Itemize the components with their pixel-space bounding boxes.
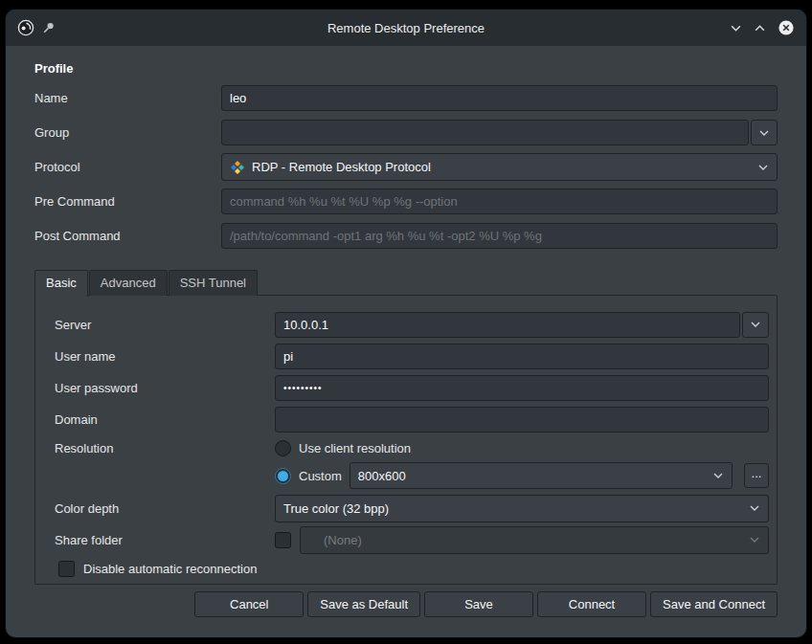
- app-menu-button[interactable]: [17, 19, 34, 36]
- user-password-row: User password: [55, 375, 769, 400]
- color-depth-value: True color (32 bpp): [283, 501, 742, 516]
- domain-row: Domain: [55, 407, 769, 432]
- custom-resolution-option-label: Custom: [299, 469, 342, 483]
- group-dropdown-button[interactable]: [751, 120, 778, 145]
- minimize-button[interactable]: [730, 22, 742, 34]
- custom-resolution-radio[interactable]: [275, 468, 291, 484]
- chevron-up-icon: [754, 22, 766, 34]
- post-command-input[interactable]: [221, 223, 778, 249]
- user-name-label: User name: [55, 349, 275, 364]
- titlebar-right: [680, 19, 795, 36]
- pre-command-row: Pre Command: [34, 189, 778, 214]
- name-input[interactable]: [221, 85, 778, 111]
- chevron-down-icon: [750, 319, 761, 330]
- resolution-options: Use client resolution Custom 800x600: [275, 438, 769, 488]
- resolution-label: Resolution: [55, 438, 275, 488]
- pin-icon: [42, 21, 56, 34]
- user-name-input[interactable]: [275, 344, 769, 369]
- group-row: Group: [34, 120, 778, 145]
- disable-reconnect-row: Disable automatic reconnection: [58, 559, 769, 578]
- name-label: Name: [34, 91, 221, 105]
- domain-label: Domain: [55, 412, 275, 427]
- chevron-down-icon: [730, 22, 742, 34]
- name-row: Name: [34, 85, 778, 111]
- protocol-label: Protocol: [34, 160, 221, 174]
- save-as-default-button[interactable]: Save as Default: [307, 591, 420, 617]
- protocol-row: Protocol RDP - Remote Desktop Protocol: [34, 154, 778, 180]
- chevron-down-icon: [749, 502, 760, 514]
- share-folder-value: (None): [308, 533, 742, 547]
- domain-input[interactable]: [275, 407, 769, 433]
- share-folder-select: (None): [300, 526, 769, 554]
- group-label: Group: [34, 125, 221, 140]
- chevron-down-icon: [757, 162, 769, 173]
- chevron-down-icon: [749, 534, 760, 545]
- share-folder-label: Share folder: [55, 533, 275, 547]
- pre-command-label: Pre Command: [34, 194, 221, 209]
- chevron-down-icon: [712, 470, 724, 481]
- user-password-input[interactable]: [275, 375, 769, 401]
- server-dropdown-button[interactable]: [742, 312, 769, 338]
- basic-tab-panel: Server User name User password: [34, 295, 778, 585]
- window-title: Remote Desktop Preference: [132, 21, 680, 35]
- color-depth-label: Color depth: [55, 501, 275, 516]
- custom-resolution-value: 800x600: [358, 469, 706, 483]
- post-command-label: Post Command: [34, 229, 221, 243]
- custom-resolution-select[interactable]: 800x600: [350, 462, 733, 489]
- color-depth-row: Color depth True color (32 bpp): [55, 496, 769, 521]
- resolution-more-button[interactable]: ...: [744, 463, 769, 488]
- cancel-button[interactable]: Cancel: [194, 591, 304, 617]
- tab-bar: Basic Advanced SSH Tunnel: [34, 270, 778, 296]
- titlebar-left: [17, 19, 132, 36]
- server-input[interactable]: [275, 312, 740, 338]
- titlebar: Remote Desktop Preference: [6, 10, 806, 46]
- share-folder-row: Share folder (None): [55, 527, 769, 552]
- remmina-logo-icon: [17, 19, 34, 36]
- disable-reconnect-label: Disable automatic reconnection: [83, 562, 257, 576]
- share-folder-checkbox[interactable]: [275, 532, 291, 548]
- save-and-connect-button[interactable]: Save and Connect: [650, 591, 778, 617]
- dialog-body: Profile Name Group Protocol: [6, 61, 806, 617]
- save-button[interactable]: Save: [424, 591, 533, 617]
- client-resolution-option: Use client resolution: [275, 438, 769, 457]
- connect-button[interactable]: Connect: [537, 591, 646, 617]
- maximize-button[interactable]: [754, 22, 766, 34]
- screen: Remote Desktop Preference: [0, 0, 812, 644]
- pre-command-input[interactable]: [221, 189, 778, 214]
- user-password-label: User password: [55, 381, 275, 395]
- tab-advanced[interactable]: Advanced: [89, 270, 168, 296]
- close-button[interactable]: [778, 19, 795, 36]
- group-input[interactable]: [221, 120, 749, 145]
- resolution-row: Resolution Use client resolution Custom …: [55, 438, 769, 488]
- client-resolution-option-label: Use client resolution: [299, 441, 411, 455]
- user-name-row: User name: [55, 344, 769, 368]
- tab-basic[interactable]: Basic: [34, 270, 88, 297]
- pin-button[interactable]: [42, 21, 56, 34]
- chevron-down-icon: [758, 127, 770, 139]
- post-command-row: Post Command: [34, 223, 778, 249]
- server-row: Server: [55, 312, 769, 337]
- dialog-footer: Cancel Save as Default Save Connect Save…: [34, 591, 778, 617]
- protocol-value: RDP - Remote Desktop Protocol: [252, 160, 751, 174]
- rdp-protocol-icon: [230, 160, 245, 175]
- profile-section-label: Profile: [34, 61, 778, 76]
- disable-reconnect-checkbox[interactable]: [58, 561, 75, 577]
- client-resolution-radio[interactable]: [275, 440, 291, 456]
- protocol-select[interactable]: RDP - Remote Desktop Protocol: [221, 153, 778, 181]
- preference-window: Remote Desktop Preference: [6, 10, 806, 637]
- custom-resolution-option: Custom 800x600 ...: [275, 463, 769, 488]
- tab-ssh-tunnel[interactable]: SSH Tunnel: [169, 270, 258, 296]
- color-depth-select[interactable]: True color (32 bpp): [275, 495, 769, 522]
- close-icon: [778, 19, 795, 36]
- server-label: Server: [55, 318, 275, 332]
